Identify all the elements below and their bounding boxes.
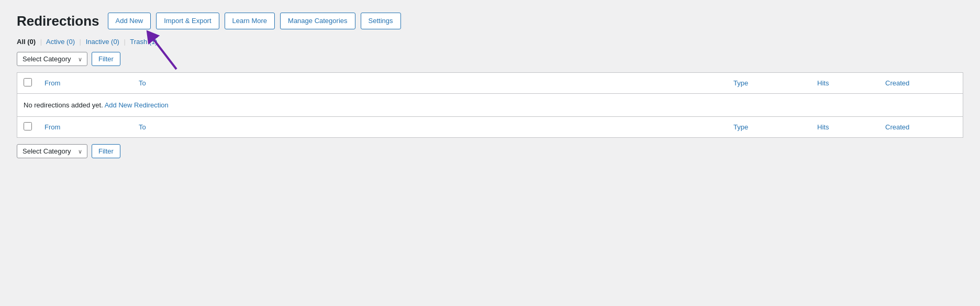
top-filter-bar: Select Category Filter	[17, 52, 963, 66]
trash-filter[interactable]: Trash (1)	[130, 38, 157, 46]
redirections-table: From To Type Hits Created No redirection…	[17, 73, 963, 137]
select-all-col	[17, 73, 38, 94]
footer-created-header[interactable]: Created	[879, 117, 963, 138]
top-filter-button[interactable]: Filter	[92, 52, 120, 66]
empty-row: No redirections added yet. Add New Redir…	[17, 94, 963, 117]
select-all-checkbox[interactable]	[24, 78, 32, 86]
footer-hits-header[interactable]: Hits	[811, 117, 879, 138]
bottom-filter-bar: Select Category Filter	[17, 144, 963, 158]
filter-links: All (0) | Active (0) | Inactive (0) | Tr…	[17, 38, 963, 46]
hits-header[interactable]: Hits	[811, 73, 879, 94]
bottom-category-select-wrapper: Select Category	[17, 144, 87, 158]
redirections-table-container: From To Type Hits Created No redirection…	[17, 72, 963, 138]
from-header[interactable]: From	[38, 73, 132, 94]
inactive-filter[interactable]: Inactive (0)	[86, 38, 121, 46]
bottom-category-select[interactable]: Select Category	[17, 144, 87, 158]
page-header: Redirections Add New Import & Export Lea…	[17, 13, 963, 29]
top-category-select[interactable]: Select Category	[17, 52, 87, 66]
to-header[interactable]: To	[132, 73, 727, 94]
bottom-filter-button[interactable]: Filter	[92, 144, 120, 158]
table-body: No redirections added yet. Add New Redir…	[17, 94, 963, 117]
table-footer: From To Type Hits Created	[17, 117, 963, 138]
footer-to-header[interactable]: To	[132, 117, 727, 138]
footer-select-all-checkbox[interactable]	[24, 122, 32, 130]
empty-message: No redirections added yet. Add New Redir…	[17, 94, 963, 117]
created-header[interactable]: Created	[879, 73, 963, 94]
add-new-button[interactable]: Add New	[108, 13, 151, 29]
manage-categories-button[interactable]: Manage Categories	[280, 13, 355, 29]
learn-more-button[interactable]: Learn More	[225, 13, 275, 29]
table-header-top: From To Type Hits Created	[17, 73, 963, 94]
top-category-select-wrapper: Select Category	[17, 52, 87, 66]
type-header[interactable]: Type	[727, 73, 811, 94]
footer-from-header[interactable]: From	[38, 117, 132, 138]
all-filter[interactable]: All (0)	[17, 38, 38, 46]
settings-button[interactable]: Settings	[361, 13, 401, 29]
active-filter[interactable]: Active (0)	[46, 38, 77, 46]
footer-type-header[interactable]: Type	[727, 117, 811, 138]
import-export-button[interactable]: Import & Export	[156, 13, 219, 29]
footer-select-all-col	[17, 117, 38, 138]
page-title: Redirections	[17, 13, 99, 29]
add-new-redirection-link[interactable]: Add New Redirection	[105, 101, 169, 109]
